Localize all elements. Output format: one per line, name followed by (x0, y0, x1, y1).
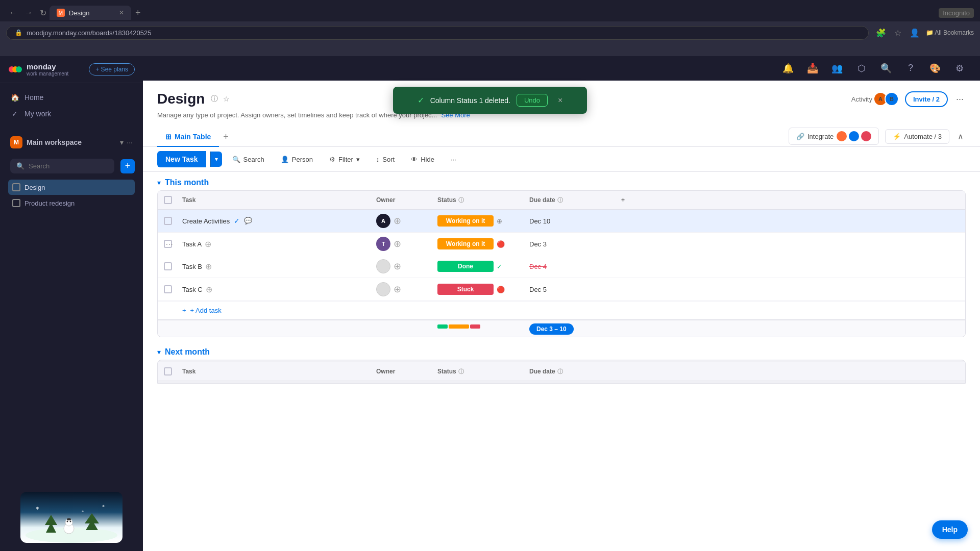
owner-avatar-0[interactable]: A (376, 214, 390, 228)
due-date-info-icon[interactable]: ⓘ (557, 196, 563, 204)
td-due-date-1[interactable]: Dec 3 (523, 236, 615, 252)
workspace-header[interactable]: M Main workspace ▾ ··· (8, 132, 135, 153)
invite-button[interactable]: Invite / 2 (905, 91, 948, 107)
sort-button[interactable]: ↕ Sort (370, 152, 401, 167)
people-button[interactable]: 👥 (829, 60, 845, 77)
filter-button[interactable]: ⚙ Filter ▾ (323, 152, 366, 167)
th-add-column[interactable]: + (615, 191, 635, 209)
tools-collapse-button[interactable]: ∧ (955, 130, 966, 143)
next-month-toggle[interactable]: ▾ (157, 348, 161, 356)
forward-button[interactable]: → (21, 6, 36, 20)
task-chat-icon-0[interactable]: 💬 (244, 217, 252, 225)
see-plans-button[interactable]: + See plans (89, 63, 135, 76)
add-task-icon-1[interactable]: ⊕ (205, 239, 211, 249)
more-toolbar-button[interactable]: ··· (445, 152, 462, 167)
monday-logo: monday work management (8, 62, 68, 77)
owner-avatar-3[interactable] (376, 282, 390, 296)
chevron-down-icon[interactable]: ▾ (120, 138, 124, 146)
add-board-button[interactable]: + (120, 159, 135, 173)
header-checkbox[interactable] (164, 196, 172, 204)
info-icon[interactable]: ⓘ (211, 94, 218, 104)
td-due-date-0[interactable]: Dec 10 (523, 213, 615, 229)
add-owner-icon-0[interactable]: ⊕ (394, 215, 401, 227)
owner-avatar-2[interactable] (376, 259, 390, 273)
td-due-date-2[interactable]: Dec 4 (523, 259, 615, 274)
toast-close-button[interactable]: × (558, 96, 562, 105)
person-filter-button[interactable]: 👤 Person (275, 152, 319, 167)
task-check-icon-0[interactable]: ✓ (234, 217, 240, 225)
back-button[interactable]: ← (6, 6, 20, 20)
next-due-info-icon[interactable]: ⓘ (557, 368, 563, 375)
sidebar-item-product-redesign[interactable]: Product redesign (8, 195, 135, 211)
td-task-0[interactable]: Create Activities ✓ 💬 (176, 213, 370, 229)
next-header-checkbox[interactable] (164, 367, 172, 375)
td-task-3[interactable]: Task C ⊕ (176, 281, 370, 298)
bookmark-icon[interactable]: ☆ (892, 26, 903, 40)
extension-icon[interactable]: 🧩 (874, 26, 888, 40)
search-toolbar-button[interactable]: 🔍 Search (226, 152, 271, 167)
status-badge-3[interactable]: Stuck (437, 284, 494, 295)
add-owner-icon-2[interactable]: ⊕ (394, 261, 401, 272)
more-options-icon[interactable]: ··· (127, 138, 133, 146)
help-button-header[interactable]: ? (902, 60, 919, 77)
bell-button[interactable]: 🔔 (780, 60, 796, 77)
palette-button[interactable]: 🎨 (927, 60, 943, 77)
hide-button[interactable]: 👁 Hide (405, 152, 440, 167)
row-checkbox-2[interactable] (164, 262, 172, 270)
close-tab-button[interactable]: ✕ (119, 9, 124, 16)
status-badge-1[interactable]: Working on it (437, 238, 494, 249)
board-more-options-button[interactable]: ··· (954, 92, 966, 107)
add-owner-icon-1[interactable]: ⊕ (394, 238, 401, 249)
add-owner-icon-3[interactable]: ⊕ (394, 284, 401, 295)
td-due-date-3[interactable]: Dec 5 (523, 282, 615, 297)
add-task-icon-2[interactable]: ⊕ (205, 262, 212, 271)
active-tab[interactable]: M Design ✕ (50, 6, 131, 20)
sidebar-item-my-work[interactable]: ✓ My work (0, 106, 143, 122)
sidebar-item-home[interactable]: 🏠 Home (0, 89, 143, 106)
td-status-3[interactable]: Stuck 🔴 (431, 280, 523, 299)
td-status-2[interactable]: Done ✓ (431, 257, 523, 276)
help-floating-button[interactable]: Help (932, 520, 968, 539)
new-task-button[interactable]: New Task (157, 151, 206, 167)
status-badge-2[interactable]: Done (437, 261, 494, 272)
settings-button[interactable]: ⚙ (951, 60, 968, 77)
this-month-toggle[interactable]: ▾ (157, 179, 161, 187)
address-bar[interactable]: 🔒 moodjoy.monday.com/boards/1830420525 (6, 26, 869, 40)
integrate-button[interactable]: 🔗 Integrate (789, 128, 879, 145)
refresh-button[interactable]: ↻ (37, 6, 50, 20)
add-task-button[interactable]: + + Add task (158, 301, 965, 319)
add-tab-button[interactable]: + (219, 128, 233, 146)
new-tab-button[interactable]: + (131, 6, 145, 20)
board-label-product-redesign: Product redesign (24, 199, 75, 207)
tab-main-table[interactable]: ⊞ Main Table (157, 128, 219, 147)
inbox-button[interactable]: 📥 (804, 60, 821, 77)
add-task-icon-3[interactable]: ⊕ (206, 285, 212, 294)
status-badge-0[interactable]: Working on it (437, 215, 494, 227)
global-search-button[interactable]: 🔍 (878, 60, 894, 77)
td-status-0[interactable]: Working on it ⊕ (431, 211, 523, 231)
browser-actions: 🧩 ☆ 👤 📁 All Bookmarks (874, 26, 974, 40)
owner-avatar-1[interactable]: T (376, 237, 390, 251)
next-status-info-icon[interactable]: ⓘ (458, 368, 464, 375)
sidebar-search-input[interactable] (29, 162, 108, 170)
sidebar-item-design[interactable]: Design (8, 180, 135, 195)
hide-icon: 👁 (411, 156, 418, 163)
sidebar-search-box[interactable]: 🔍 (10, 159, 114, 173)
automate-button[interactable]: ⚡ Automate / 3 (885, 129, 949, 144)
row-checkbox-3[interactable] (164, 285, 172, 293)
logo-main-text: monday (27, 62, 68, 71)
row-dots-button[interactable]: ··· (162, 238, 178, 250)
apps-button[interactable]: ⬡ (853, 60, 870, 77)
td-status-1[interactable]: Working on it 🔴 (431, 234, 523, 254)
new-task-dropdown[interactable]: ▾ (210, 152, 222, 167)
row-checkbox-0[interactable] (164, 217, 172, 225)
nth-add-col[interactable] (615, 362, 635, 381)
td-task-2[interactable]: Task B ⊕ (176, 258, 370, 276)
status-info-icon[interactable]: ⓘ (458, 196, 464, 204)
star-icon[interactable]: ☆ (223, 95, 230, 103)
table-row: Task A ⊕ T ⊕ Working on it 🔴 (158, 233, 965, 255)
toast-undo-button[interactable]: Undo (517, 94, 548, 107)
td-owner-3: ⊕ (370, 278, 431, 300)
td-task-1[interactable]: Task A ⊕ (176, 235, 370, 253)
profile-icon[interactable]: 👤 (908, 26, 922, 40)
